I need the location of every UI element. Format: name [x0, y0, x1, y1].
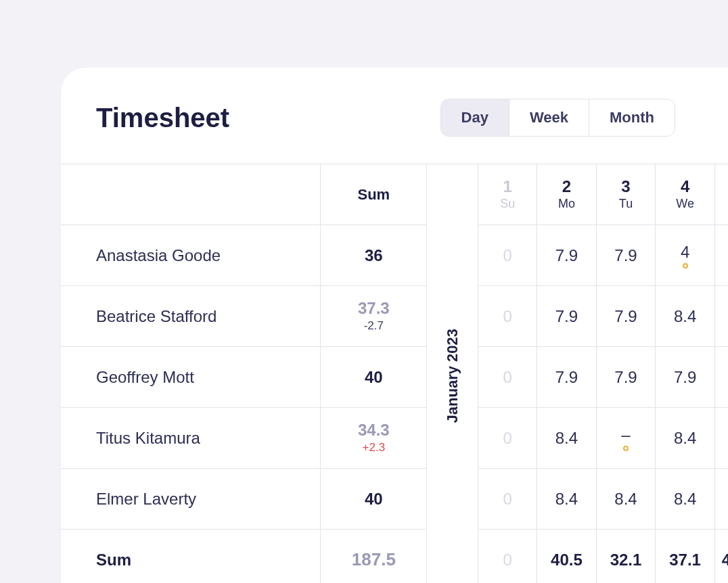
page-title: Timesheet	[96, 103, 229, 133]
hours-cell[interactable]: 8.4	[596, 469, 656, 530]
timesheet-card: Timesheet Day Week Month Sum January 202…	[61, 68, 728, 583]
table-row: Beatrice Stafford 37.3 -2.7 0 7.9 7.9 8.…	[61, 286, 728, 347]
day-header-2[interactable]: 2 Mo	[537, 164, 597, 225]
hours-cell[interactable]: 7.9	[656, 347, 715, 408]
day-wd: Tu	[619, 197, 633, 212]
hours-cell[interactable]: 7.9	[596, 286, 656, 347]
employee-name[interactable]: Beatrice Stafford	[61, 286, 321, 347]
sum-cell: 37.3 -2.7	[321, 286, 427, 347]
hours-value: 7.9	[555, 246, 578, 265]
sum-hours-cell: 0	[478, 530, 537, 584]
sum-hours-cell: 40.5	[537, 530, 597, 584]
marker-icon	[623, 446, 629, 451]
month-column: January 2023	[427, 164, 478, 584]
sum-header: Sum	[321, 164, 427, 225]
view-toggle: Day Week Month	[440, 99, 675, 137]
sum-hours-cell: 37.1	[656, 530, 715, 584]
sum-value: 36	[365, 246, 383, 265]
sum-cell: 34.3 +2.3	[321, 408, 427, 469]
outer-card: Timesheet Day Week Month Sum January 202…	[7, 12, 723, 568]
sum-value: 40	[365, 490, 383, 509]
sum-cell: 40	[321, 347, 427, 408]
hours-value: 0	[503, 490, 512, 509]
hours-value: 8.4	[674, 307, 696, 326]
table-row: Elmer Laverty 40 0 8.4 8.4 8.4	[61, 469, 728, 530]
hours-value: 7.9	[555, 368, 578, 387]
hours-value: 8.4	[674, 490, 696, 509]
hours-cell-partial	[714, 408, 728, 469]
sum-delta: -2.7	[364, 319, 384, 333]
sum-hours-value-partial: 4	[719, 551, 728, 569]
sum-value: 37.3	[358, 299, 390, 318]
employee-name[interactable]: Geoffrey Mott	[61, 347, 321, 408]
sum-row-label: Sum	[61, 530, 321, 584]
view-day-button[interactable]: Day	[441, 99, 509, 136]
hours-cell[interactable]: 0	[478, 286, 537, 347]
hours-cell[interactable]: 8.4	[537, 469, 597, 530]
month-label: January 2023	[444, 329, 461, 423]
marker-icon	[683, 263, 688, 269]
hours-cell[interactable]: 7.9	[537, 225, 597, 286]
sum-cell: 36	[321, 225, 427, 286]
timesheet-table-wrapper: Sum January 2023 1 Su 2 Mo	[61, 164, 728, 583]
hours-cell-partial	[714, 286, 728, 347]
header: Timesheet Day Week Month	[61, 68, 675, 164]
day-wd: We	[676, 197, 694, 212]
hours-cell[interactable]: 7.9	[537, 286, 597, 347]
day-header-3[interactable]: 3 Tu	[596, 164, 656, 225]
day-header-1[interactable]: 1 Su	[478, 164, 537, 225]
table-sum-row: Sum 187.5 0 40.5 32.1 37.1 4	[61, 530, 728, 584]
hours-cell[interactable]: –	[596, 408, 656, 469]
timesheet-table: Sum January 2023 1 Su 2 Mo	[61, 164, 728, 583]
day-wd: Su	[500, 197, 515, 212]
hours-value: 8.4	[555, 429, 578, 448]
day-header-4[interactable]: 4 We	[656, 164, 715, 225]
sum-hours-value: 40.5	[551, 551, 583, 569]
day-num: 4	[681, 177, 689, 197]
sum-header-label: Sum	[357, 186, 390, 203]
hours-cell[interactable]: 0	[478, 225, 537, 286]
sum-cell: 40	[321, 469, 427, 530]
hours-value: 7.9	[614, 246, 637, 265]
hours-cell[interactable]: 0	[478, 408, 537, 469]
sum-hours-cell: 32.1	[596, 530, 656, 584]
hours-cell-partial	[714, 469, 728, 530]
hours-cell[interactable]: 0	[478, 347, 537, 408]
hours-value: 0	[503, 429, 512, 448]
hours-value: 8.4	[555, 490, 578, 509]
day-num: 2	[562, 177, 571, 197]
employee-name[interactable]: Elmer Laverty	[61, 469, 321, 530]
sum-hours-value: 0	[503, 551, 512, 569]
hours-value: 7.9	[674, 368, 696, 387]
hours-value: 0	[503, 368, 512, 387]
view-month-button[interactable]: Month	[589, 99, 675, 136]
name-header	[61, 164, 321, 225]
day-num: 3	[621, 177, 630, 197]
hours-cell[interactable]: 7.9	[596, 347, 656, 408]
hours-cell[interactable]: 8.4	[656, 469, 715, 530]
sum-hours-value: 37.1	[669, 551, 701, 569]
hours-value: 7.9	[614, 307, 637, 326]
hours-value: 4	[681, 243, 689, 262]
hours-cell[interactable]: 0	[478, 469, 537, 530]
hours-cell[interactable]: 8.4	[537, 408, 597, 469]
sum-hours-cell-partial: 4	[714, 530, 728, 584]
hours-cell-partial	[714, 225, 728, 286]
view-week-button[interactable]: Week	[509, 99, 589, 136]
sum-delta: +2.3	[363, 441, 386, 454]
table-header-row: Sum January 2023 1 Su 2 Mo	[61, 164, 728, 225]
employee-name[interactable]: Titus Kitamura	[61, 408, 321, 469]
day-header-partial	[714, 164, 728, 225]
hours-cell[interactable]: 7.9	[537, 347, 597, 408]
sum-hours-value: 32.1	[610, 551, 642, 569]
sum-value: 34.3	[358, 421, 390, 440]
sum-total-cell: 187.5	[321, 530, 427, 584]
hours-cell[interactable]: 4	[656, 225, 715, 286]
hours-value: 8.4	[674, 429, 696, 448]
hours-value: –	[621, 425, 630, 444]
hours-cell[interactable]: 8.4	[656, 286, 715, 347]
hours-value: 0	[503, 246, 512, 265]
hours-cell[interactable]: 7.9	[596, 225, 656, 286]
hours-cell[interactable]: 8.4	[656, 408, 715, 469]
employee-name[interactable]: Anastasia Goode	[61, 225, 321, 286]
